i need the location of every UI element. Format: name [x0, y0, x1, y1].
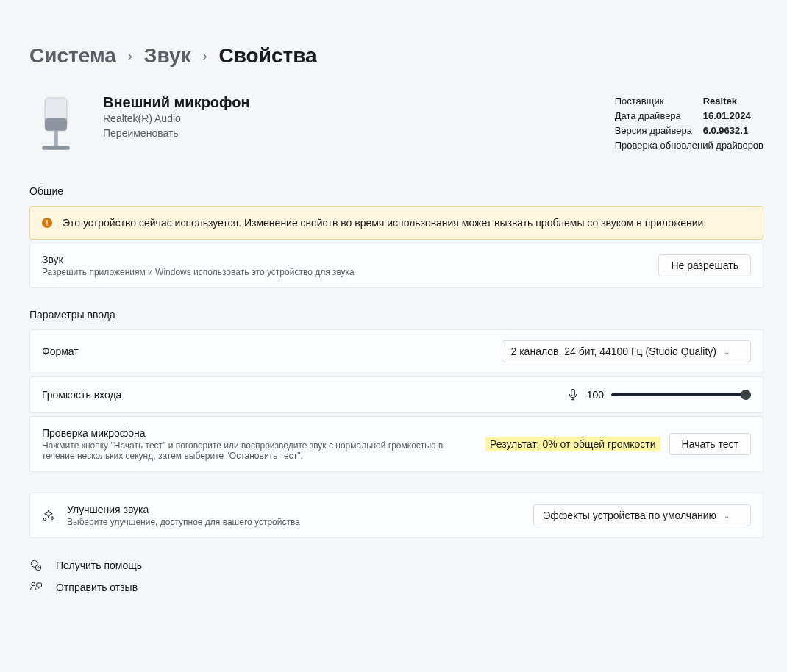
svg-rect-1 [45, 118, 67, 131]
svg-rect-2 [54, 131, 58, 146]
warning-icon: ! [42, 218, 52, 228]
enhancements-value: Эффекты устройства по умолчанию [543, 510, 716, 521]
format-label: Формат [42, 346, 490, 357]
format-row: Формат 2 каналов, 24 бит, 44100 Гц (Stud… [29, 329, 763, 373]
driver-date-label: Дата драйвера [615, 109, 694, 124]
mic-test-desc: Нажмите кнопку "Начать тест" и поговорит… [42, 440, 469, 461]
device-title: Внешний микрофон [103, 94, 594, 111]
disallow-button[interactable]: Не разрешать [658, 254, 751, 276]
section-input-params-label: Параметры ввода [29, 309, 763, 321]
help-icon [29, 559, 43, 572]
driver-version-value: 6.0.9632.1 [703, 124, 748, 138]
breadcrumb: Система › Звук › Свойства [29, 44, 763, 68]
breadcrumb-system[interactable]: Система [29, 44, 116, 68]
driver-version-label: Версия драйвера [615, 124, 694, 138]
chevron-down-icon: ⌄ [724, 348, 730, 356]
breadcrumb-properties: Свойства [219, 44, 317, 68]
mic-test-row: Проверка микрофона Нажмите кнопку "Начат… [29, 416, 763, 472]
allow-audio-desc: Разрешить приложениям и Windows использо… [42, 267, 647, 277]
enhancements-row: Улучшения звука Выберите улучшение, дост… [29, 493, 763, 538]
volume-value: 100 [587, 389, 604, 401]
sparkle-icon [42, 509, 55, 522]
chevron-down-icon: ⌄ [724, 512, 730, 520]
slider-thumb[interactable] [741, 390, 751, 400]
driver-info: Поставщик Realtek Дата драйвера 16.01.20… [615, 94, 763, 151]
microphone-icon[interactable] [566, 388, 580, 401]
device-subtitle: Realtek(R) Audio [103, 112, 594, 124]
driver-vendor-value: Realtek [703, 94, 737, 109]
driver-date-value: 16.01.2024 [703, 109, 751, 124]
breadcrumb-sound[interactable]: Звук [144, 44, 191, 68]
start-test-button[interactable]: Начать тест [669, 433, 751, 455]
allow-audio-row: Звук Разрешить приложениям и Windows исп… [29, 243, 763, 288]
enhancements-title: Улучшения звука [67, 504, 521, 515]
svg-point-6 [32, 582, 35, 586]
format-select[interactable]: 2 каналов, 24 бит, 44100 Гц (Studio Qual… [502, 340, 751, 362]
enhancements-select[interactable]: Эффекты устройства по умолчанию ⌄ [533, 504, 751, 526]
chevron-right-icon: › [203, 49, 207, 64]
section-general-label: Общие [29, 185, 763, 197]
get-help-link[interactable]: Получить помощь [29, 559, 763, 572]
volume-slider[interactable] [611, 387, 751, 402]
mic-test-result: Результат: 0% от общей громкости [485, 437, 660, 451]
rename-button[interactable]: Переименовать [103, 127, 594, 139]
input-volume-label: Громкость входа [42, 389, 555, 401]
allow-audio-title: Звук [42, 254, 647, 265]
send-feedback-label: Отправить отзыв [56, 582, 138, 593]
svg-rect-7 [37, 583, 42, 587]
get-help-label: Получить помощь [56, 560, 142, 571]
svg-rect-3 [42, 146, 69, 150]
format-value: 2 каналов, 24 бит, 44100 Гц (Studio Qual… [511, 346, 716, 357]
microphone-device-icon [29, 94, 82, 159]
driver-vendor-label: Поставщик [615, 94, 694, 109]
device-in-use-warning: ! Это устройство сейчас используется. Из… [29, 206, 763, 240]
feedback-icon [29, 581, 43, 594]
send-feedback-link[interactable]: Отправить отзыв [29, 581, 763, 594]
warning-text: Это устройство сейчас используется. Изме… [63, 217, 706, 229]
input-volume-row: Громкость входа 100 [29, 376, 763, 413]
check-driver-updates-link[interactable]: Проверка обновлений драйверов [615, 140, 763, 151]
enhancements-desc: Выберите улучшение, доступное для вашего… [67, 517, 521, 527]
mic-test-title: Проверка микрофона [42, 427, 474, 439]
chevron-right-icon: › [128, 49, 132, 64]
